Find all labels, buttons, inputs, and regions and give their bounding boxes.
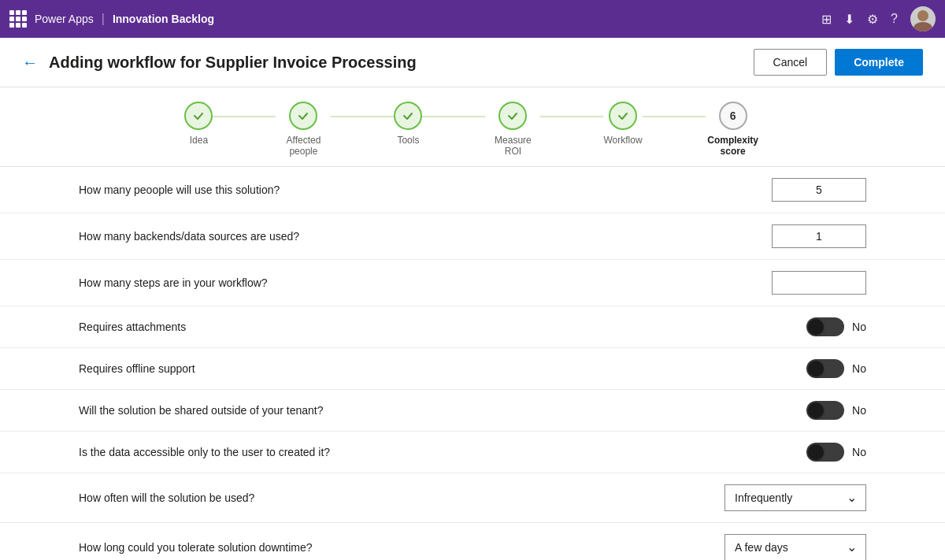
- monitor-icon[interactable]: ⊞: [821, 12, 832, 27]
- page-header: ← Adding workflow for Supplier Invoice P…: [0, 38, 945, 87]
- step-connector: [422, 116, 485, 117]
- svg-point-1: [914, 22, 932, 32]
- toggle-shared-outside[interactable]: [806, 401, 844, 420]
- step-complexity-score[interactable]: 6Complexity score: [706, 102, 761, 157]
- step-label-tools: Tools: [397, 135, 419, 146]
- help-icon[interactable]: ?: [891, 12, 898, 26]
- toggle-label-offline: No: [852, 362, 866, 375]
- form-row-offline: Requires offline supportNo: [0, 348, 945, 390]
- form-label-shared-outside: Will the solution be shared outside of y…: [79, 404, 806, 417]
- select-wrapper-usage-frequency: InfrequentlyOccasionallyFrequentlyDaily: [724, 484, 866, 511]
- step-idea[interactable]: Idea: [184, 102, 213, 146]
- step-circle-workflow: [609, 102, 637, 130]
- topnav-module: Innovation Backlog: [113, 13, 214, 25]
- svg-point-0: [917, 10, 928, 21]
- form-label-usage-frequency: How often will the solution be used?: [79, 491, 724, 504]
- back-button[interactable]: ←: [22, 54, 38, 72]
- toggle-data-accessible[interactable]: [806, 443, 844, 462]
- step-circle-complexity-score: 6: [719, 102, 747, 130]
- form-label-people-count: How many peoople will use this solution?: [79, 184, 772, 196]
- form-label-attachments: Requires attachments: [79, 321, 806, 333]
- toggle-container-shared-outside: No: [806, 401, 866, 420]
- form-row-shared-outside: Will the solution be shared outside of y…: [0, 390, 945, 432]
- step-workflow[interactable]: Workflow: [603, 102, 642, 146]
- apps-grid-icon[interactable]: [9, 10, 27, 28]
- toggle-offline[interactable]: [806, 359, 844, 378]
- form-row-people-count: How many peoople will use this solution?: [0, 167, 945, 213]
- topnav: Power Apps | Innovation Backlog ⊞ ⬇ ⚙ ?: [0, 0, 945, 38]
- cancel-button[interactable]: Cancel: [754, 49, 828, 76]
- topnav-right: ⊞ ⬇ ⚙ ?: [821, 6, 936, 32]
- form-row-attachments: Requires attachmentsNo: [0, 306, 945, 348]
- toggle-label-data-accessible: No: [852, 446, 866, 458]
- step-circle-affected-people: [289, 102, 317, 130]
- download-icon[interactable]: ⬇: [844, 12, 854, 27]
- form-row-usage-frequency: How often will the solution be used?Infr…: [0, 473, 945, 523]
- form-row-steps-count: How many steps are in your workflow?: [0, 260, 945, 306]
- toggle-container-offline: No: [806, 359, 866, 378]
- step-circle-measure-roi: [498, 102, 527, 130]
- toggle-label-attachments: No: [852, 321, 866, 333]
- step-tools[interactable]: Tools: [394, 102, 422, 146]
- step-label-idea: Idea: [190, 135, 208, 146]
- toggle-label-shared-outside: No: [852, 404, 866, 417]
- step-label-measure-roi: Measure ROI: [485, 135, 540, 157]
- page-title: Adding workflow for Supplier Invoice Pro…: [49, 54, 417, 72]
- step-measure-roi[interactable]: Measure ROI: [485, 102, 540, 157]
- toggle-thumb-offline: [808, 361, 824, 376]
- form-label-data-accessible: Is the data accessible only to the user …: [79, 446, 806, 458]
- form-row-backends-count: How many backends/data sources are used?: [0, 213, 945, 260]
- select-downtime[interactable]: A few daysA few hoursMinutesZero: [724, 534, 866, 560]
- form-label-offline: Requires offline support: [79, 362, 806, 375]
- step-label-workflow: Workflow: [603, 135, 642, 146]
- step-connector: [643, 116, 706, 117]
- step-circle-tools: [394, 102, 422, 130]
- step-label-complexity-score: Complexity score: [706, 135, 761, 157]
- form-row-data-accessible: Is the data accessible only to the user …: [0, 432, 945, 473]
- page-header-actions: Cancel Complete: [754, 49, 923, 76]
- select-wrapper-downtime: A few daysA few hoursMinutesZero: [724, 534, 866, 560]
- toggle-container-data-accessible: No: [806, 443, 866, 462]
- toggle-thumb-data-accessible: [808, 444, 824, 460]
- form-input-backends-count[interactable]: [772, 224, 866, 248]
- page-header-left: ← Adding workflow for Supplier Invoice P…: [22, 54, 417, 72]
- toggle-thumb-shared-outside: [808, 402, 824, 418]
- complete-button[interactable]: Complete: [835, 49, 923, 76]
- form-input-steps-count[interactable]: [772, 271, 866, 295]
- stepper: IdeaAffected peopleToolsMeasure ROIWorkf…: [0, 87, 945, 167]
- form-label-downtime: How long could you tolerate solution dow…: [79, 541, 724, 554]
- form-input-people-count[interactable]: [772, 178, 866, 202]
- settings-icon[interactable]: ⚙: [867, 12, 878, 27]
- step-connector: [331, 116, 394, 117]
- step-label-affected-people: Affected people: [276, 135, 331, 157]
- form-row-downtime: How long could you tolerate solution dow…: [0, 523, 945, 560]
- user-avatar[interactable]: [910, 6, 936, 32]
- toggle-thumb-attachments: [808, 319, 824, 335]
- step-affected-people[interactable]: Affected people: [276, 102, 331, 157]
- main-content: How many peoople will use this solution?…: [0, 167, 945, 560]
- topnav-app-name: Power Apps: [35, 13, 94, 25]
- toggle-container-attachments: No: [806, 317, 866, 336]
- topnav-separator: |: [102, 12, 105, 26]
- form-label-backends-count: How many backends/data sources are used?: [79, 230, 772, 243]
- step-connector: [213, 116, 276, 117]
- toggle-attachments[interactable]: [806, 317, 844, 336]
- form-label-steps-count: How many steps are in your workflow?: [79, 276, 772, 289]
- step-circle-idea: [184, 102, 213, 130]
- step-connector: [540, 116, 603, 117]
- select-usage-frequency[interactable]: InfrequentlyOccasionallyFrequentlyDaily: [724, 484, 866, 511]
